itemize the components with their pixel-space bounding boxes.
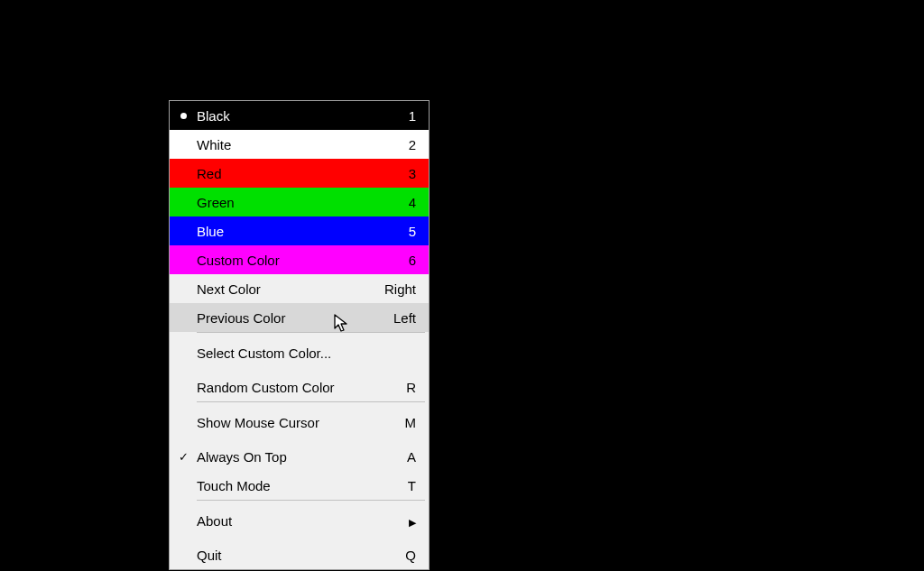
menu-item-about[interactable]: About ▶ [170, 501, 429, 540]
menu-item-accel: 4 [409, 195, 429, 210]
menu-item-accel: 1 [409, 108, 429, 124]
menu-item-label: Blue [197, 224, 409, 239]
menu-item-accel: 3 [409, 166, 429, 181]
menu-item-accel: R [406, 380, 429, 395]
menu-item-accel: 6 [409, 253, 429, 268]
menu-item-touch-mode[interactable]: Touch Mode T [170, 471, 429, 500]
menu-item-quit[interactable]: Quit Q [170, 540, 429, 569]
menu-item-blue[interactable]: Blue 5 [170, 216, 429, 245]
menu-item-show-mouse-cursor[interactable]: Show Mouse Cursor M [170, 402, 429, 442]
menu-item-accel: T [408, 478, 429, 493]
menu-item-white[interactable]: White 2 [170, 130, 429, 159]
menu-item-label: Show Mouse Cursor [197, 415, 405, 430]
menu-item-random-custom-color[interactable]: Random Custom Color R [170, 373, 429, 401]
context-menu[interactable]: Black 1 White 2 Red 3 Green 4 Blue 5 Cus… [169, 100, 430, 570]
submenu-arrow-icon: ▶ [409, 513, 429, 529]
menu-item-label: Next Color [197, 281, 384, 297]
check-mark-icon: ✓ [170, 451, 197, 463]
menu-item-accel: 5 [409, 224, 429, 239]
menu-item-label: White [197, 137, 409, 152]
radio-mark-icon [170, 113, 197, 119]
menu-item-label: Touch Mode [197, 478, 408, 493]
menu-item-label: Random Custom Color [197, 380, 406, 395]
menu-item-accel: A [407, 449, 429, 465]
menu-item-accel: Q [405, 548, 429, 563]
menu-item-custom-color[interactable]: Custom Color 6 [170, 245, 429, 274]
menu-item-label: Black [197, 108, 409, 124]
menu-item-black[interactable]: Black 1 [170, 101, 429, 130]
menu-item-accel: 2 [409, 137, 429, 152]
menu-item-red[interactable]: Red 3 [170, 159, 429, 188]
menu-item-green[interactable]: Green 4 [170, 188, 429, 216]
menu-item-next-color[interactable]: Next Color Right [170, 274, 429, 303]
menu-item-label: Always On Top [197, 449, 407, 465]
menu-item-label: Select Custom Color... [197, 345, 416, 361]
menu-item-label: Red [197, 166, 409, 181]
menu-item-accel: Right [384, 281, 429, 297]
menu-item-label: About [197, 513, 409, 529]
menu-item-label: Custom Color [197, 253, 409, 268]
menu-item-label: Previous Color [197, 310, 393, 326]
menu-item-label: Quit [197, 548, 405, 563]
menu-item-previous-color[interactable]: Previous Color Left [170, 303, 429, 332]
menu-item-select-custom-color[interactable]: Select Custom Color... [170, 333, 429, 373]
menu-item-always-on-top[interactable]: ✓ Always On Top A [170, 442, 429, 471]
menu-item-accel: M [405, 415, 430, 430]
menu-item-label: Green [197, 195, 409, 210]
menu-item-accel: Left [393, 310, 429, 326]
